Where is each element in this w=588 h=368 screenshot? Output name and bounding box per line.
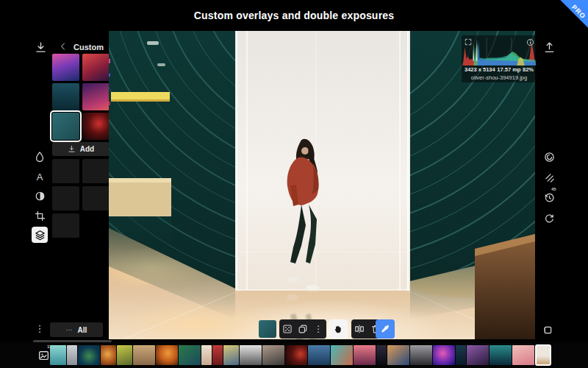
add-overlay-button[interactable]: Add (52, 142, 110, 156)
film-thumb-pink-sunset[interactable] (354, 345, 376, 365)
film-thumb-beach[interactable] (50, 345, 66, 365)
color-picker-button[interactable] (376, 319, 395, 339)
spiral-circle-icon (544, 152, 555, 163)
add-label: Add (80, 145, 94, 153)
image-megapixels: 17.57 mp (497, 66, 520, 73)
share-icon (543, 41, 556, 54)
pan-tool-button-active[interactable] (329, 319, 348, 339)
film-thumb-food[interactable] (101, 345, 116, 365)
empty-overlay-slot[interactable] (52, 213, 79, 238)
overlay-thumb-neon-city[interactable] (52, 54, 79, 81)
reset-arrow-icon (544, 213, 555, 224)
layer-more-button[interactable]: ⋮ (311, 319, 326, 339)
tool-adjust-button[interactable] (32, 188, 48, 204)
kebab-icon: ⋮ (314, 324, 323, 334)
duplicate-icon (298, 324, 308, 334)
overlay-thumb-red-portrait[interactable] (82, 54, 110, 81)
empty-overlay-slot[interactable] (52, 186, 79, 210)
pattern-dots-icon (282, 324, 293, 334)
film-thumb-blue-mountains[interactable] (308, 345, 330, 365)
tool-layers-button-active[interactable] (32, 227, 48, 243)
tool-crop-button[interactable] (32, 208, 48, 224)
film-thumb-bw-mountain[interactable] (410, 345, 432, 365)
empty-overlay-slot[interactable] (52, 159, 79, 183)
film-thumb-red-figure[interactable] (212, 345, 223, 365)
radial-overlay-button[interactable] (541, 149, 557, 165)
film-thumb-yellow-jacket[interactable] (223, 345, 239, 365)
duplicate-layer-button[interactable] (295, 319, 310, 339)
overlay-empty-slots (52, 159, 110, 238)
film-thumb-jellyfish[interactable] (433, 345, 455, 365)
tool-text-button[interactable]: A (32, 169, 48, 185)
blend-pattern-button[interactable] (279, 319, 295, 339)
overlay-thumb-teal-texture[interactable] (52, 113, 79, 140)
reset-button[interactable] (541, 210, 557, 226)
film-thumb-current[interactable] (535, 344, 551, 366)
flip-horizontal-button[interactable] (351, 319, 368, 339)
film-thumb-island[interactable] (78, 345, 100, 365)
download-icon (35, 41, 47, 54)
film-thumb-light-portrait[interactable] (201, 345, 212, 365)
film-thumb-street-teal[interactable] (331, 345, 353, 365)
histogram-expand-button[interactable] (464, 38, 473, 46)
page-title: Custom overlays and double exposures (0, 10, 588, 21)
image-filename: oliver-shou-394919.jpg (462, 74, 537, 81)
histogram-panel: 3423 x 5134 17.57 mp 82% oliver-shou-394… (462, 35, 537, 82)
droplet-icon (34, 151, 46, 163)
diagonal-strokes-icon (544, 172, 555, 183)
flip-icon (354, 324, 365, 334)
film-thumb-woman-room[interactable] (262, 345, 284, 365)
hand-icon (333, 324, 343, 334)
toggle-right-panel-button[interactable] (539, 322, 555, 338)
layers-icon (35, 230, 46, 241)
expand-icon (465, 38, 472, 46)
film-thumb-flamingo[interactable] (512, 345, 534, 365)
film-thumb-orange-clouds[interactable] (156, 345, 178, 365)
empty-overlay-slot[interactable] (82, 159, 110, 183)
photo-library-button[interactable]: 13 (35, 347, 51, 363)
eyedropper-icon (380, 324, 390, 334)
history-count-badge: 45 (551, 187, 556, 191)
ellipsis-icon: ⋯ (66, 326, 74, 333)
film-thumb-red-glow[interactable] (285, 345, 307, 365)
film-thumb-dark-sea[interactable] (456, 345, 466, 365)
film-thumb-bw-statue[interactable] (240, 345, 262, 365)
film-thumb-night-lake[interactable] (490, 345, 512, 365)
active-layer-thumbnail[interactable] (259, 320, 276, 338)
export-share-button[interactable] (541, 39, 557, 55)
film-thumb-statue-pale[interactable] (67, 345, 77, 365)
tool-filters-button[interactable] (32, 149, 48, 165)
film-thumb-giraffe[interactable] (133, 345, 155, 365)
panel-title: Custom (74, 43, 104, 52)
back-button[interactable] (58, 41, 68, 52)
overlay-thumb-red-lights[interactable] (82, 113, 110, 140)
film-thumb-purple-lizard[interactable] (467, 345, 489, 365)
overlay-thumb-teal-city[interactable] (52, 83, 79, 110)
film-thumb-hands[interactable] (387, 345, 409, 365)
layer-tools-group: ⋮ (279, 319, 326, 339)
zoom-percent: 82% (523, 66, 534, 73)
empty-overlay-slot[interactable] (82, 186, 110, 210)
film-thumb-dark-figure[interactable] (376, 345, 387, 365)
left-panel-more-button[interactable]: ⋮ (32, 320, 48, 336)
panel-toggle-icon (542, 325, 553, 336)
overlay-thumbnail-grid (52, 54, 110, 140)
filter-all-label: All (78, 326, 87, 334)
chevron-left-icon (59, 42, 68, 51)
filmstrip-scrollbar[interactable] (33, 340, 112, 342)
film-thumb-green-river[interactable] (179, 345, 201, 365)
image-dimensions: 3423 x 5134 (465, 66, 495, 73)
histogram-info-button[interactable] (526, 38, 534, 46)
kebab-icon: ⋮ (35, 323, 45, 334)
info-icon (526, 38, 534, 46)
history-clock-icon (544, 192, 555, 203)
overlay-thumb-neon-alley[interactable] (82, 83, 110, 110)
import-download-button[interactable] (32, 39, 49, 55)
history-button[interactable]: 45 (541, 189, 557, 205)
double-exposure-button[interactable] (541, 169, 557, 185)
text-tool-icon: A (37, 171, 43, 183)
filter-all-button[interactable]: ⋯ All (50, 322, 103, 337)
photo-library-icon (37, 349, 50, 361)
download-icon (68, 145, 76, 153)
film-thumb-flowers[interactable] (117, 345, 132, 365)
